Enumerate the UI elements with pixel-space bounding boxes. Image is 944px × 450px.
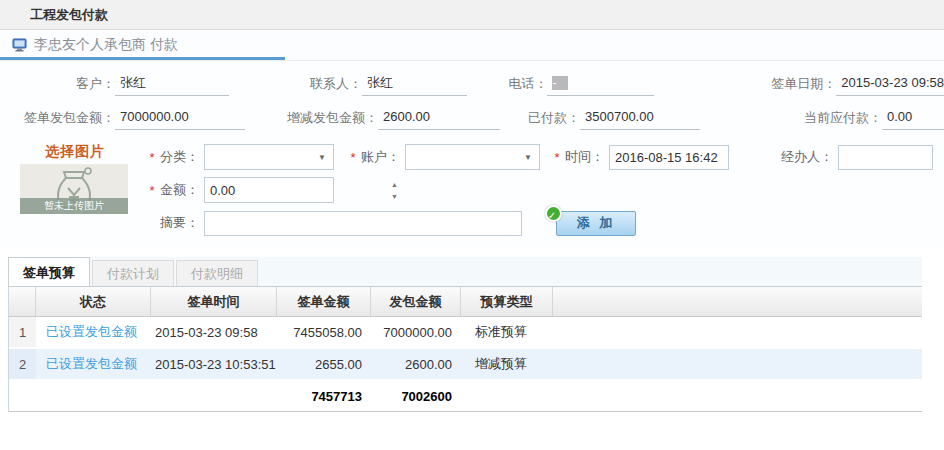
spinner-down-icon[interactable]: ▼ <box>391 193 398 200</box>
summary-input[interactable] <box>204 211 522 236</box>
paid-label: 已付款： <box>500 109 580 127</box>
status-link[interactable]: 已设置发包金额 <box>46 323 137 341</box>
phone-redacted-value: - <box>552 76 568 90</box>
tab-payment-plan[interactable]: 付款计划 <box>92 260 174 286</box>
sign-date-value: 2015-03-23 09:58 <box>836 72 944 96</box>
chevron-down-icon: ▼ <box>318 153 326 162</box>
operator-label: 经办人： <box>775 148 833 166</box>
amount-spinner: ▲ ▼ <box>204 177 334 203</box>
total-sign-amount: 7457713 <box>277 381 371 411</box>
current-payable-label: 当前应付款： <box>700 109 882 127</box>
phone-value: - <box>547 72 654 96</box>
no-image-text: 暂未上传图片 <box>20 198 128 214</box>
document-tab-label[interactable]: 李忠友个人承包商 付款 <box>34 36 178 54</box>
sign-amount-cell: 2655.00 <box>277 349 371 379</box>
time-label: 时间： <box>562 148 604 166</box>
chevron-down-icon: ▼ <box>524 153 532 162</box>
contact-value: 张红 <box>362 72 467 96</box>
budget-type-cell: 增减预算 <box>461 349 553 379</box>
customer-label: 客户： <box>0 75 115 93</box>
summary-label: 摘要： <box>157 214 199 232</box>
sign-amount-cell: 7455058.00 <box>277 317 371 347</box>
add-button-label: 添 加 <box>577 215 616 230</box>
amount-label: 金额： <box>157 181 199 199</box>
table-header-row: 状态 签单时间 签单金额 发包金额 预算类型 <box>9 287 922 317</box>
sign-contract-amount-field: 签单发包金额： 7000000.00 <box>0 105 245 131</box>
category-label: 分类： <box>157 148 199 166</box>
paid-field: 已付款： 3500700.00 <box>500 105 700 131</box>
budget-type-cell: 标准预算 <box>461 317 553 347</box>
tab-payment-detail[interactable]: 付款明细 <box>176 260 258 286</box>
active-tab-underline <box>0 57 285 60</box>
table-totals-row: 7457713 7002600 <box>9 381 922 412</box>
customer-value: 张红 <box>115 72 229 96</box>
sign-date-field: 签单日期： 2015-03-23 09:58 <box>654 71 944 97</box>
document-tab-strip: 李忠友个人承包商 付款 <box>0 30 944 61</box>
monitor-icon <box>12 38 28 52</box>
check-badge-icon: ✓ <box>545 205 562 222</box>
time-input[interactable] <box>609 145 729 170</box>
contact-label: 联系人： <box>229 75 362 93</box>
status-link[interactable]: 已设置发包金额 <box>46 355 137 373</box>
contract-amount-cell: 2600.00 <box>371 349 461 379</box>
row-number: 2 <box>9 349 36 379</box>
header-filler <box>553 287 922 316</box>
category-select[interactable]: ▼ <box>204 144 334 170</box>
header-budget-type: 预算类型 <box>461 287 553 316</box>
sign-contract-amount-label: 签单发包金额： <box>0 109 115 127</box>
current-payable-field: 当前应付款： 0.00 <box>700 105 944 131</box>
amount-required-marker: * <box>147 183 157 198</box>
operator-input[interactable] <box>838 145 933 170</box>
add-button[interactable]: ✓ 添 加 <box>556 211 636 236</box>
contact-field: 联系人： 张红 <box>229 71 467 97</box>
adjust-contract-amount-field: 增减发包金额： 2600.00 <box>245 105 500 131</box>
budget-table: 状态 签单时间 签单金额 发包金额 预算类型 1 已设置发包金额 2015-03… <box>8 286 922 412</box>
amount-input[interactable] <box>205 178 391 202</box>
header-sign-amount: 签单金额 <box>277 287 371 316</box>
total-contract-amount: 7002600 <box>371 381 461 411</box>
paid-value: 3500700.00 <box>580 106 700 130</box>
current-payable-value: 0.00 <box>882 106 944 130</box>
time-required-marker: * <box>552 150 562 165</box>
table-row[interactable]: 2 已设置发包金额 2015-03-23 10:53:51 2655.00 26… <box>9 349 922 381</box>
page-title: 工程发包付款 <box>0 0 944 30</box>
payment-info-section: 客户： 张红 联系人： 张红 电话： - 签单日期： 2015-03-23 09… <box>0 61 944 135</box>
choose-image-button[interactable]: 选择图片 <box>45 143 105 161</box>
header-row-number <box>9 287 36 316</box>
sign-contract-amount-value: 7000000.00 <box>115 106 245 130</box>
filler-cell <box>553 317 922 347</box>
account-label: 账户： <box>358 148 400 166</box>
image-upload-placeholder[interactable]: 暂未上传图片 <box>20 164 128 214</box>
adjust-contract-amount-value: 2600.00 <box>378 106 500 130</box>
header-sign-time: 签单时间 <box>151 287 277 316</box>
category-required-marker: * <box>147 150 157 165</box>
header-contract-amount: 发包金额 <box>371 287 461 316</box>
filler-cell <box>553 349 922 379</box>
sign-time-cell: 2015-03-23 09:58 <box>151 317 277 347</box>
customer-field: 客户： 张红 <box>0 71 229 97</box>
detail-tabs: 签单预算 付款计划 付款明细 <box>8 257 922 286</box>
header-status: 状态 <box>36 287 151 316</box>
contract-amount-cell: 7000000.00 <box>371 317 461 347</box>
phone-field: 电话： - <box>467 71 654 97</box>
sign-date-label: 签单日期： <box>654 75 836 93</box>
table-row[interactable]: 1 已设置发包金额 2015-03-23 09:58 7455058.00 70… <box>9 317 922 349</box>
account-select[interactable]: ▼ <box>405 144 540 170</box>
adjust-contract-amount-label: 增减发包金额： <box>245 109 378 127</box>
row-number: 1 <box>9 317 36 347</box>
add-payment-form: 选择图片 暂未上传图片 * 分类： ▼ * 账户： ▼ * 时间： <box>0 135 944 247</box>
phone-label: 电话： <box>467 75 547 93</box>
tab-sign-budget[interactable]: 签单预算 <box>8 257 90 286</box>
sign-time-cell: 2015-03-23 10:53:51 <box>151 349 277 379</box>
spinner-up-icon[interactable]: ▲ <box>391 181 398 188</box>
account-required-marker: * <box>348 150 358 165</box>
